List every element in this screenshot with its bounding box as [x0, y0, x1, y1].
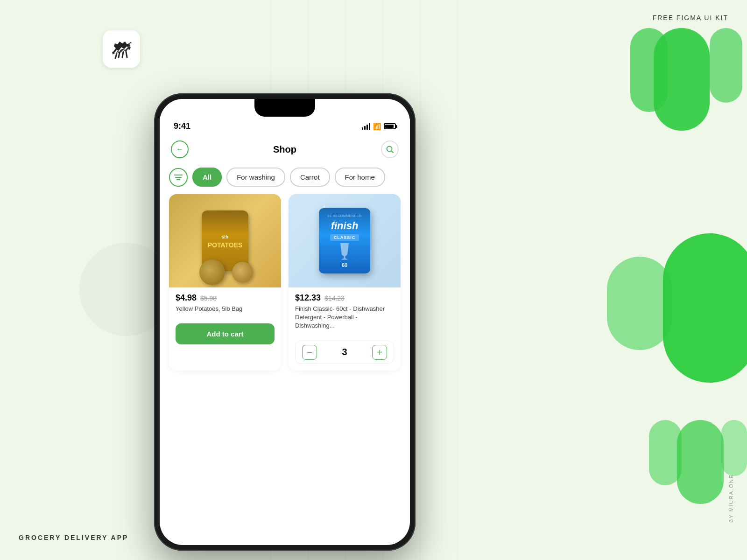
stepper-plus-button[interactable]: +: [372, 345, 387, 360]
app-name-label: GROCERY DELIVERY APP: [19, 534, 128, 541]
price-row-finish: $12.33 $14.23: [295, 293, 394, 303]
app-icon: [103, 30, 140, 68]
signal-bar-2: [364, 126, 366, 130]
filter-chip-all[interactable]: All: [192, 168, 222, 187]
svg-line-6: [392, 151, 394, 153]
blob-decoration: [560, 0, 747, 560]
filter-row: All For washing Carrot For home: [160, 164, 410, 194]
product-price-finish: $12.33: [295, 293, 321, 303]
status-icons: 📶: [362, 123, 396, 130]
price-row-potato: $4.98 $5.98: [176, 293, 275, 303]
product-info-finish: $12.33 $14.23 Finish Classic- 60ct - Dis…: [289, 287, 401, 336]
product-old-price-potato: $5.98: [200, 294, 217, 302]
finish-bag: #1 RECOMMENDED finish CLASSIC 60: [319, 208, 370, 273]
filter-chip-home[interactable]: For home: [335, 168, 385, 187]
product-name-finish: Finish Classic- 60ct - Dishwasher Deterg…: [295, 305, 394, 330]
status-time: 9:41: [174, 121, 190, 131]
potato-circle-1: [199, 259, 225, 285]
app-header: ← Shop: [160, 135, 410, 164]
svg-line-2: [122, 52, 123, 57]
signal-bar-4: [369, 123, 370, 130]
product-image-potato: 5lb POTATOES: [169, 194, 281, 287]
app-title: Shop: [273, 144, 296, 155]
product-info-potato: $4.98 $5.98 Yellow Potatoes, 5lb Bag: [169, 287, 281, 319]
product-grid: 5lb POTATOES $4.98 $5.98 Yellow Potatoes…: [160, 194, 410, 371]
potato-weight-label: 5lb: [220, 233, 231, 242]
wifi-icon: 📶: [373, 123, 381, 130]
stepper-count: 3: [342, 347, 347, 357]
quantity-stepper: − 3 +: [295, 341, 394, 364]
product-old-price-finish: $14.23: [324, 294, 345, 302]
potato-circle-2: [232, 262, 253, 283]
filter-chip-carrot[interactable]: Carrot: [290, 168, 330, 187]
glass-icon: [338, 243, 352, 260]
add-to-cart-button[interactable]: Add to cart: [176, 323, 275, 344]
potato-image: 5lb POTATOES: [169, 194, 281, 287]
product-price-potato: $4.98: [176, 293, 197, 303]
phone-screen: 9:41 📶 ← Shop: [160, 99, 410, 545]
filter-icon-button[interactable]: [169, 168, 188, 187]
finish-top-text: #1 RECOMMENDED: [327, 214, 361, 217]
potato-name-label: POTATOES: [208, 241, 243, 249]
finish-logo: finish: [331, 220, 359, 232]
signal-bar-3: [366, 125, 368, 130]
product-name-potato: Yellow Potatoes, 5lb Bag: [176, 305, 275, 313]
svg-line-4: [126, 52, 127, 57]
svg-line-3: [115, 54, 117, 58]
product-image-finish: #1 RECOMMENDED finish CLASSIC 60: [289, 194, 401, 287]
stepper-minus-button[interactable]: −: [302, 345, 317, 360]
signal-bar-1: [362, 127, 363, 130]
search-button[interactable]: [381, 140, 399, 158]
finish-count-label: 60: [342, 262, 347, 268]
battery-icon: [384, 123, 396, 129]
svg-line-1: [119, 53, 120, 57]
product-card-potato: 5lb POTATOES $4.98 $5.98 Yellow Potatoes…: [169, 194, 281, 371]
finish-classic-label: CLASSIC: [330, 234, 359, 241]
svg-point-0: [126, 44, 130, 47]
signal-icon: [362, 123, 370, 130]
phone-frame: 9:41 📶 ← Shop: [154, 93, 416, 551]
finish-image: #1 RECOMMENDED finish CLASSIC 60: [289, 194, 401, 287]
dynamic-island: [254, 99, 315, 117]
back-button[interactable]: ←: [171, 140, 189, 158]
filter-chip-washing[interactable]: For washing: [226, 168, 285, 187]
product-card-finish: #1 RECOMMENDED finish CLASSIC 60 $12.33 …: [289, 194, 401, 371]
battery-fill: [385, 125, 394, 128]
